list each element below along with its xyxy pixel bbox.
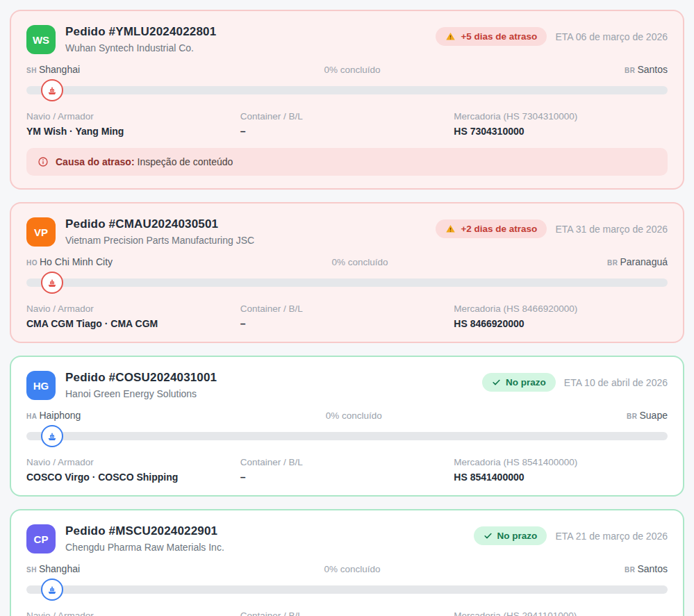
- origin-code: HO: [26, 259, 38, 267]
- header-text: Pedido #YMLU2024022801 Wuhan Syntech Ind…: [65, 25, 436, 53]
- status-badge: No prazo: [474, 526, 547, 545]
- detail-label: Navio / Armador: [26, 457, 240, 467]
- route-row: SHShanghai 0% concluído BRSantos: [26, 64, 668, 75]
- detail-value: –: [240, 126, 454, 137]
- status-badge-label: +2 dias de atraso: [461, 224, 537, 234]
- ship-icon: [47, 277, 58, 288]
- company-name: Vietnam Precision Parts Manufacturing JS…: [65, 235, 436, 246]
- header-right: +2 dias de atraso ETA 31 de março de 202…: [436, 217, 668, 238]
- company-name: Chengdu Pharma Raw Materials Inc.: [65, 542, 474, 553]
- shipment-card[interactable]: CP Pedido #MSCU2024022901 Chengdu Pharma…: [10, 509, 684, 616]
- progress-label: 0% concluído: [326, 410, 382, 421]
- destination-name: Suape: [640, 410, 668, 421]
- progress-track: [26, 86, 668, 94]
- origin-code: HA: [26, 413, 37, 420]
- eta-text: ETA 21 de março de 2026: [555, 531, 668, 542]
- detail-value: HS 8541400000: [454, 472, 668, 483]
- alert-text: Causa do atraso:Inspeção de conteúdo: [56, 156, 233, 167]
- ship-marker: [41, 425, 63, 447]
- status-badge-label: No prazo: [497, 531, 538, 541]
- progress-track: [26, 278, 668, 287]
- detail-value: –: [240, 472, 454, 483]
- detail-label: Mercadoria (HS 8541400000): [454, 457, 668, 467]
- route-row: HAHaiphong 0% concluído BRSuape: [26, 410, 668, 421]
- destination-port: BRSantos: [625, 64, 668, 75]
- origin-port: SHShanghai: [26, 64, 80, 75]
- destination-code: BR: [625, 566, 635, 574]
- warning-icon: [445, 224, 456, 234]
- origin-code: SH: [26, 67, 37, 74]
- detail-ship: Navio / Armador YM Wish · Yang Ming: [26, 111, 240, 137]
- detail-value: HS 8466920000: [454, 318, 668, 329]
- ship-icon: [47, 431, 58, 442]
- header-text: Pedido #CMAU2024030501 Vietnam Precision…: [65, 217, 436, 246]
- shipment-card[interactable]: WS Pedido #YMLU2024022801 Wuhan Syntech …: [10, 10, 684, 190]
- detail-value: YM Wish · Yang Ming: [26, 126, 240, 137]
- detail-value: CMA CGM Tiago · CMA CGM: [26, 318, 240, 329]
- detail-label: Navio / Armador: [26, 111, 240, 122]
- alert-body: Inspeção de conteúdo: [138, 156, 233, 167]
- detail-container: Container / B/L –: [240, 303, 454, 329]
- check-icon: [492, 378, 501, 387]
- shipment-card[interactable]: VP Pedido #CMAU2024030501 Vietnam Precis…: [10, 202, 684, 343]
- detail-cargo: Mercadoria (HS 8466920000) HS 8466920000: [454, 303, 668, 329]
- detail-label: Container / B/L: [240, 111, 454, 122]
- detail-label: Navio / Armador: [26, 610, 240, 616]
- status-badge-label: +5 dias de atraso: [461, 31, 537, 42]
- company-name: Hanoi Green Energy Solutions: [65, 388, 482, 399]
- ship-icon: [47, 85, 58, 96]
- detail-container: Container / B/L –: [240, 111, 454, 137]
- company-name: Wuhan Syntech Industrial Co.: [65, 42, 436, 53]
- avatar: VP: [26, 217, 56, 247]
- details-row: Navio / Armador YM Wish · Yang Ming Cont…: [26, 111, 668, 137]
- destination-name: Paranaguá: [620, 256, 668, 267]
- order-number: Pedido #CMAU2024030501: [65, 217, 436, 231]
- progress-bar: [26, 272, 668, 294]
- header-right: No prazo ETA 10 de abril de 2026: [482, 371, 668, 392]
- detail-container: Container / B/L –: [240, 457, 454, 483]
- ship-icon: [47, 584, 58, 595]
- detail-container: Container / B/L –: [240, 610, 454, 616]
- detail-cargo: Mercadoria (HS 2941101000) HS 2941101000: [454, 610, 668, 616]
- origin-name: Haiphong: [39, 410, 81, 421]
- ship-marker: [41, 272, 63, 294]
- order-number: Pedido #COSU2024031001: [65, 371, 482, 385]
- destination-code: BR: [627, 413, 637, 420]
- card-header: CP Pedido #MSCU2024022901 Chengdu Pharma…: [26, 524, 668, 553]
- ship-marker: [41, 79, 63, 101]
- detail-label: Mercadoria (HS 2941101000): [454, 610, 668, 616]
- route-row: HOHo Chi Minh City 0% concluído BRParana…: [26, 256, 668, 267]
- destination-port: BRSuape: [627, 410, 668, 421]
- origin-code: SH: [26, 566, 37, 574]
- status-badge: No prazo: [482, 373, 556, 392]
- header-text: Pedido #COSU2024031001 Hanoi Green Energ…: [65, 371, 482, 399]
- origin-name: Ho Chi Minh City: [40, 256, 113, 267]
- delay-cause-alert: Causa do atraso:Inspeção de conteúdo: [26, 148, 668, 176]
- header-text: Pedido #MSCU2024022901 Chengdu Pharma Ra…: [65, 524, 474, 553]
- destination-name: Santos: [637, 563, 668, 574]
- eta-text: ETA 06 de março de 2026: [555, 31, 668, 42]
- shipment-card[interactable]: HG Pedido #COSU2024031001 Hanoi Green En…: [10, 356, 684, 497]
- card-header: VP Pedido #CMAU2024030501 Vietnam Precis…: [26, 217, 668, 247]
- route-row: SHShanghai 0% concluído BRSantos: [26, 563, 668, 574]
- progress-track: [26, 432, 668, 440]
- progress-bar: [26, 79, 668, 101]
- avatar: HG: [26, 371, 56, 400]
- detail-ship: Navio / Armador MSC Beatrice · MSC: [26, 610, 240, 616]
- progress-bar: [26, 578, 668, 601]
- detail-label: Container / B/L: [240, 457, 454, 467]
- detail-label: Container / B/L: [240, 610, 454, 616]
- detail-ship: Navio / Armador COSCO Virgo · COSCO Ship…: [26, 457, 240, 483]
- detail-cargo: Mercadoria (HS 8541400000) HS 8541400000: [454, 457, 668, 483]
- warning-icon: [445, 31, 456, 42]
- details-row: Navio / Armador MSC Beatrice · MSC Conta…: [26, 610, 668, 616]
- destination-port: BRParanaguá: [607, 256, 668, 267]
- progress-label: 0% concluído: [324, 65, 380, 75]
- destination-port: BRSantos: [625, 563, 668, 574]
- header-right: +5 dias de atraso ETA 06 de março de 202…: [436, 25, 668, 46]
- details-row: Navio / Armador COSCO Virgo · COSCO Ship…: [26, 457, 668, 483]
- status-badge: +2 dias de atraso: [436, 219, 547, 238]
- detail-label: Container / B/L: [240, 303, 454, 314]
- detail-value: –: [240, 318, 454, 329]
- destination-name: Santos: [637, 64, 668, 75]
